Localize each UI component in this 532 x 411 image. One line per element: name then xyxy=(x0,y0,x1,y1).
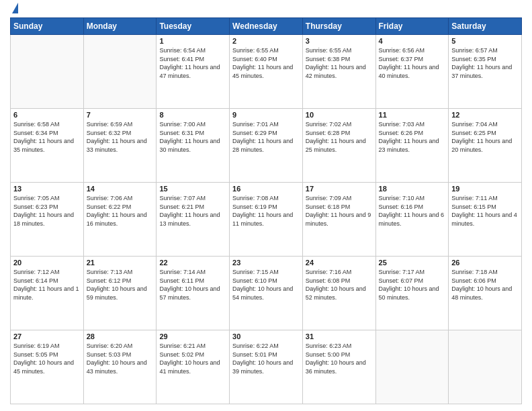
day-info: Sunrise: 6:58 AM Sunset: 6:34 PM Dayligh… xyxy=(13,120,81,154)
day-info: Sunrise: 6:22 AM Sunset: 5:01 PM Dayligh… xyxy=(232,342,300,375)
calendar-cell: 8Sunrise: 7:00 AM Sunset: 6:31 PM Daylig… xyxy=(157,109,230,183)
calendar-cell: 7Sunrise: 6:59 AM Sunset: 6:32 PM Daylig… xyxy=(83,109,157,183)
calendar-cell: 10Sunrise: 7:02 AM Sunset: 6:28 PM Dayli… xyxy=(302,109,375,183)
calendar-week-5: 27Sunrise: 6:19 AM Sunset: 5:05 PM Dayli… xyxy=(11,330,522,404)
calendar-cell: 9Sunrise: 7:01 AM Sunset: 6:29 PM Daylig… xyxy=(230,109,303,183)
day-info: Sunrise: 6:56 AM Sunset: 6:37 PM Dayligh… xyxy=(379,46,446,80)
day-number: 4 xyxy=(379,37,446,45)
calendar-cell: 12Sunrise: 7:04 AM Sunset: 6:25 PM Dayli… xyxy=(449,109,522,183)
calendar-cell xyxy=(11,35,84,109)
day-info: Sunrise: 7:15 AM Sunset: 6:10 PM Dayligh… xyxy=(232,268,300,302)
day-number: 17 xyxy=(306,185,373,193)
calendar-cell: 15Sunrise: 7:07 AM Sunset: 6:21 PM Dayli… xyxy=(157,183,230,257)
calendar-cell: 19Sunrise: 7:11 AM Sunset: 6:15 PM Dayli… xyxy=(449,183,522,257)
calendar-cell: 1Sunrise: 6:54 AM Sunset: 6:41 PM Daylig… xyxy=(157,35,230,109)
day-number: 1 xyxy=(159,37,226,45)
calendar-cell: 22Sunrise: 7:14 AM Sunset: 6:11 PM Dayli… xyxy=(157,257,230,330)
logo xyxy=(10,7,18,12)
calendar-cell: 25Sunrise: 7:17 AM Sunset: 6:07 PM Dayli… xyxy=(375,257,449,330)
day-number: 30 xyxy=(232,332,300,340)
day-number: 25 xyxy=(379,259,446,267)
day-info: Sunrise: 6:54 AM Sunset: 6:41 PM Dayligh… xyxy=(159,46,226,80)
calendar-table: SundayMondayTuesdayWednesdayThursdayFrid… xyxy=(10,17,522,404)
day-number: 19 xyxy=(451,185,519,193)
day-info: Sunrise: 7:13 AM Sunset: 6:12 PM Dayligh… xyxy=(87,268,154,302)
day-info: Sunrise: 6:57 AM Sunset: 6:35 PM Dayligh… xyxy=(451,46,519,80)
day-number: 14 xyxy=(87,185,154,193)
calendar-cell: 18Sunrise: 7:10 AM Sunset: 6:16 PM Dayli… xyxy=(375,183,449,257)
calendar-cell xyxy=(449,330,522,404)
day-number: 15 xyxy=(159,185,226,193)
logo-line1 xyxy=(10,7,18,13)
day-info: Sunrise: 7:07 AM Sunset: 6:21 PM Dayligh… xyxy=(159,194,226,228)
day-number: 18 xyxy=(379,185,446,193)
day-info: Sunrise: 7:04 AM Sunset: 6:25 PM Dayligh… xyxy=(451,120,519,154)
calendar-cell: 23Sunrise: 7:15 AM Sunset: 6:10 PM Dayli… xyxy=(230,257,303,330)
calendar-cell: 30Sunrise: 6:22 AM Sunset: 5:01 PM Dayli… xyxy=(230,330,303,404)
header xyxy=(10,7,522,12)
day-number: 2 xyxy=(232,37,300,45)
day-info: Sunrise: 6:55 AM Sunset: 6:40 PM Dayligh… xyxy=(232,46,300,80)
calendar-week-2: 6Sunrise: 6:58 AM Sunset: 6:34 PM Daylig… xyxy=(11,109,522,183)
calendar-week-1: 1Sunrise: 6:54 AM Sunset: 6:41 PM Daylig… xyxy=(11,35,522,109)
day-info: Sunrise: 7:08 AM Sunset: 6:19 PM Dayligh… xyxy=(232,194,300,228)
calendar-header-row: SundayMondayTuesdayWednesdayThursdayFrid… xyxy=(11,18,522,35)
calendar-cell xyxy=(375,330,449,404)
calendar-week-3: 13Sunrise: 7:05 AM Sunset: 6:23 PM Dayli… xyxy=(11,183,522,257)
day-info: Sunrise: 6:59 AM Sunset: 6:32 PM Dayligh… xyxy=(87,120,154,154)
day-info: Sunrise: 7:12 AM Sunset: 6:14 PM Dayligh… xyxy=(13,268,81,302)
day-info: Sunrise: 6:19 AM Sunset: 5:05 PM Dayligh… xyxy=(13,342,81,375)
day-info: Sunrise: 6:23 AM Sunset: 5:00 PM Dayligh… xyxy=(306,342,373,375)
day-info: Sunrise: 7:02 AM Sunset: 6:28 PM Dayligh… xyxy=(306,120,373,154)
calendar-cell: 31Sunrise: 6:23 AM Sunset: 5:00 PM Dayli… xyxy=(302,330,375,404)
day-number: 3 xyxy=(306,37,373,45)
logo-triangle-icon xyxy=(12,3,18,13)
calendar-cell: 13Sunrise: 7:05 AM Sunset: 6:23 PM Dayli… xyxy=(11,183,84,257)
day-number: 23 xyxy=(232,259,300,267)
day-number: 27 xyxy=(13,332,81,340)
day-info: Sunrise: 7:03 AM Sunset: 6:26 PM Dayligh… xyxy=(379,120,446,154)
day-number: 10 xyxy=(306,111,373,119)
calendar-cell: 3Sunrise: 6:55 AM Sunset: 6:38 PM Daylig… xyxy=(302,35,375,109)
day-number: 5 xyxy=(451,37,519,45)
col-header-tuesday: Tuesday xyxy=(157,18,230,35)
day-number: 16 xyxy=(232,185,300,193)
col-header-sunday: Sunday xyxy=(11,18,84,35)
day-info: Sunrise: 7:00 AM Sunset: 6:31 PM Dayligh… xyxy=(159,120,226,154)
calendar-cell: 29Sunrise: 6:21 AM Sunset: 5:02 PM Dayli… xyxy=(157,330,230,404)
col-header-wednesday: Wednesday xyxy=(230,18,303,35)
day-number: 6 xyxy=(13,111,81,119)
col-header-saturday: Saturday xyxy=(449,18,522,35)
calendar-week-4: 20Sunrise: 7:12 AM Sunset: 6:14 PM Dayli… xyxy=(11,257,522,330)
day-number: 28 xyxy=(87,332,154,340)
calendar-cell: 24Sunrise: 7:16 AM Sunset: 6:08 PM Dayli… xyxy=(302,257,375,330)
day-info: Sunrise: 7:05 AM Sunset: 6:23 PM Dayligh… xyxy=(13,194,81,228)
calendar-cell: 27Sunrise: 6:19 AM Sunset: 5:05 PM Dayli… xyxy=(11,330,84,404)
calendar-cell: 11Sunrise: 7:03 AM Sunset: 6:26 PM Dayli… xyxy=(375,109,449,183)
day-number: 20 xyxy=(13,259,81,267)
day-number: 29 xyxy=(159,332,226,340)
day-info: Sunrise: 6:21 AM Sunset: 5:02 PM Dayligh… xyxy=(159,342,226,375)
calendar-cell: 21Sunrise: 7:13 AM Sunset: 6:12 PM Dayli… xyxy=(83,257,157,330)
calendar-cell xyxy=(83,35,157,109)
calendar-cell: 17Sunrise: 7:09 AM Sunset: 6:18 PM Dayli… xyxy=(302,183,375,257)
calendar-cell: 28Sunrise: 6:20 AM Sunset: 5:03 PM Dayli… xyxy=(83,330,157,404)
day-info: Sunrise: 7:17 AM Sunset: 6:07 PM Dayligh… xyxy=(379,268,446,302)
day-info: Sunrise: 7:06 AM Sunset: 6:22 PM Dayligh… xyxy=(87,194,154,228)
day-info: Sunrise: 7:09 AM Sunset: 6:18 PM Dayligh… xyxy=(306,194,373,228)
col-header-friday: Friday xyxy=(375,18,449,35)
calendar-cell: 14Sunrise: 7:06 AM Sunset: 6:22 PM Dayli… xyxy=(83,183,157,257)
day-number: 11 xyxy=(379,111,446,119)
day-number: 22 xyxy=(159,259,226,267)
day-number: 12 xyxy=(451,111,519,119)
day-info: Sunrise: 7:11 AM Sunset: 6:15 PM Dayligh… xyxy=(451,194,519,228)
calendar-cell: 4Sunrise: 6:56 AM Sunset: 6:37 PM Daylig… xyxy=(375,35,449,109)
calendar-cell: 16Sunrise: 7:08 AM Sunset: 6:19 PM Dayli… xyxy=(230,183,303,257)
day-info: Sunrise: 7:16 AM Sunset: 6:08 PM Dayligh… xyxy=(306,268,373,302)
day-number: 7 xyxy=(87,111,154,119)
day-number: 24 xyxy=(306,259,373,267)
col-header-thursday: Thursday xyxy=(302,18,375,35)
day-number: 13 xyxy=(13,185,81,193)
day-number: 26 xyxy=(451,259,519,267)
day-info: Sunrise: 6:20 AM Sunset: 5:03 PM Dayligh… xyxy=(87,342,154,375)
